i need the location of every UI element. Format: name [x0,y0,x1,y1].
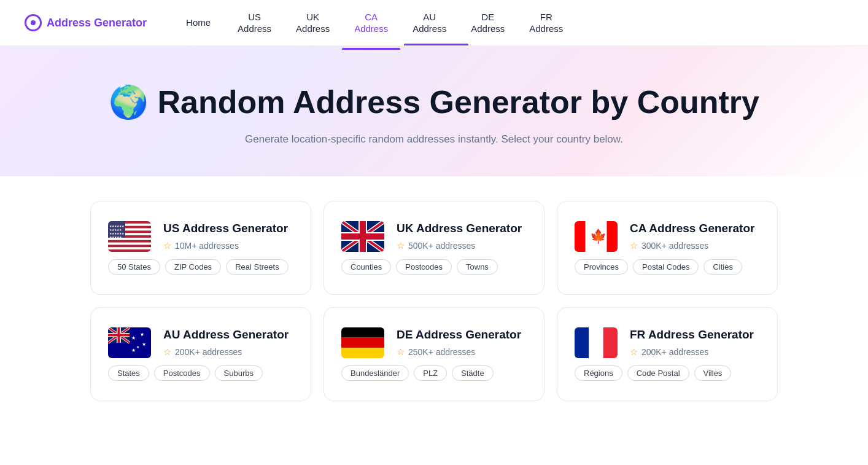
card-us[interactable]: ★★★★★★ ★★★★★ ★★★★★★ ★★★★★ US Address Gen… [90,201,311,295]
flag-ca: 🍁 [575,221,618,252]
cards-section: ★★★★★★ ★★★★★ ★★★★★★ ★★★★★ US Address Gen… [66,176,802,426]
svg-rect-22 [575,221,586,252]
card-fr-title: FR Address Generator [630,328,760,342]
card-de-tags: Bundesländer PLZ Städte [341,365,527,381]
logo-text: Address Generator [47,17,147,29]
tag-au-2: Suburbs [215,365,263,381]
tag-fr-2: Villes [694,365,732,381]
nav-link-ca[interactable]: CAAddress [342,6,400,40]
tag-au-0: States [108,365,149,381]
nav-item-fr[interactable]: FRAddress [517,6,575,40]
nav-item-uk[interactable]: UKAddress [284,6,342,40]
card-fr-info: FR Address Generator ☆ 200K+ addresses [630,328,760,358]
nav-link-au[interactable]: AUAddress [400,6,459,40]
svg-text:★: ★ [131,348,136,353]
card-us-title: US Address Generator [163,222,293,235]
card-de-header: DE Address Generator ☆ 250K+ addresses [341,327,527,358]
svg-rect-5 [108,243,151,245]
nav-active-indicator [404,44,468,45]
card-au-title: AU Address Generator [163,328,293,342]
svg-rect-42 [341,348,384,359]
nav-item-de[interactable]: DEAddress [459,6,517,40]
nav-links: Home USAddress UKAddress CAAddress AUAdd… [171,6,575,40]
card-fr-count: ☆ 200K+ addresses [630,346,760,358]
nav-link-de[interactable]: DEAddress [459,6,517,40]
flag-us: ★★★★★★ ★★★★★ ★★★★★★ ★★★★★ [108,221,151,252]
card-uk-tags: Counties Postcodes Towns [341,259,527,275]
nav-link-home[interactable]: Home [171,12,225,34]
tag-de-1: PLZ [414,365,447,381]
tag-us-0: 50 States [108,259,160,275]
star-icon-au: ☆ [163,346,171,358]
card-uk-title: UK Address Generator [397,222,527,235]
svg-rect-40 [341,327,384,338]
svg-rect-41 [341,338,384,348]
svg-text:🍁: 🍁 [590,228,607,244]
card-au[interactable]: ★ ★ ★ ★ ★ AU Address Generator ☆ 200K+ a… [90,307,311,401]
nav-link-uk[interactable]: UKAddress [284,6,342,40]
card-ca-tags: Provinces Postal Codes Cities [575,259,760,275]
tag-de-0: Bundesländer [341,365,409,381]
card-au-tags: States Postcodes Suburbs [108,365,293,381]
svg-text:★: ★ [142,342,146,347]
card-au-count: ☆ 200K+ addresses [163,346,293,358]
card-fr-tags: Régions Code Postal Villes [575,365,760,381]
nav-item-au[interactable]: AUAddress [400,6,459,40]
cards-grid: ★★★★★★ ★★★★★ ★★★★★★ ★★★★★ US Address Gen… [90,201,778,401]
star-icon-ca: ☆ [630,240,638,251]
logo-link[interactable]: Address Generator [25,14,147,31]
nav-item-home[interactable]: Home [171,12,225,34]
logo-icon [25,14,42,31]
flag-uk [341,221,384,252]
tag-ca-2: Cities [703,259,742,275]
navbar: Address Generator Home USAddress UKAddre… [0,0,868,46]
card-uk[interactable]: UK Address Generator ☆ 500K+ addresses C… [324,201,544,295]
svg-rect-23 [607,221,618,252]
card-ca-title: CA Address Generator [630,222,760,235]
flag-au: ★ ★ ★ ★ ★ [108,327,151,358]
card-fr-header: FR Address Generator ☆ 200K+ addresses [575,327,760,358]
tag-ca-0: Provinces [575,259,628,275]
nav-item-ca[interactable]: CAAddress [342,6,400,40]
card-ca[interactable]: 🍁 CA Address Generator ☆ 300K+ addresses… [557,201,778,295]
tag-uk-2: Towns [457,259,498,275]
nav-item-us[interactable]: USAddress [225,6,284,40]
svg-rect-6 [108,248,151,250]
star-icon-uk: ☆ [397,240,405,251]
card-ca-header: 🍁 CA Address Generator ☆ 300K+ addresses [575,221,760,252]
card-uk-count: ☆ 500K+ addresses [397,240,527,251]
card-us-tags: 50 States ZIP Codes Real Streets [108,259,293,275]
tag-uk-0: Counties [341,259,391,275]
nav-link-fr[interactable]: FRAddress [517,6,575,40]
hero-section: 🌍 Random Address Generator by Country Ge… [0,46,868,176]
star-icon-fr: ☆ [630,346,638,358]
svg-rect-44 [589,327,603,358]
tag-au-1: Postcodes [154,365,210,381]
star-icon-us: ☆ [163,240,171,251]
svg-rect-34 [108,334,130,337]
svg-rect-45 [603,327,618,358]
svg-text:★★★★★: ★★★★★ [109,235,122,239]
card-us-count: ☆ 10M+ addresses [163,240,293,251]
tag-us-2: Real Streets [226,259,289,275]
card-de-title: DE Address Generator [397,328,527,342]
svg-rect-43 [575,327,589,358]
nav-link-us[interactable]: USAddress [225,6,284,40]
svg-text:★: ★ [131,335,136,341]
card-de[interactable]: DE Address Generator ☆ 250K+ addresses B… [324,307,544,401]
tag-fr-0: Régions [575,365,622,381]
card-de-info: DE Address Generator ☆ 250K+ addresses [397,328,527,358]
hero-subtitle: Generate location-specific random addres… [25,133,843,146]
tag-ca-1: Postal Codes [633,259,699,275]
card-fr[interactable]: FR Address Generator ☆ 200K+ addresses R… [557,307,778,401]
svg-text:★: ★ [136,345,139,349]
tag-de-2: Städte [452,365,494,381]
card-au-info: AU Address Generator ☆ 200K+ addresses [163,328,293,358]
card-de-count: ☆ 250K+ addresses [397,346,527,358]
card-uk-info: UK Address Generator ☆ 500K+ addresses [397,222,527,251]
card-us-info: US Address Generator ☆ 10M+ addresses [163,222,293,251]
card-ca-info: CA Address Generator ☆ 300K+ addresses [630,222,760,251]
svg-rect-20 [341,233,384,240]
svg-text:★: ★ [140,332,144,337]
hero-title: 🌍 Random Address Generator by Country [25,83,843,121]
